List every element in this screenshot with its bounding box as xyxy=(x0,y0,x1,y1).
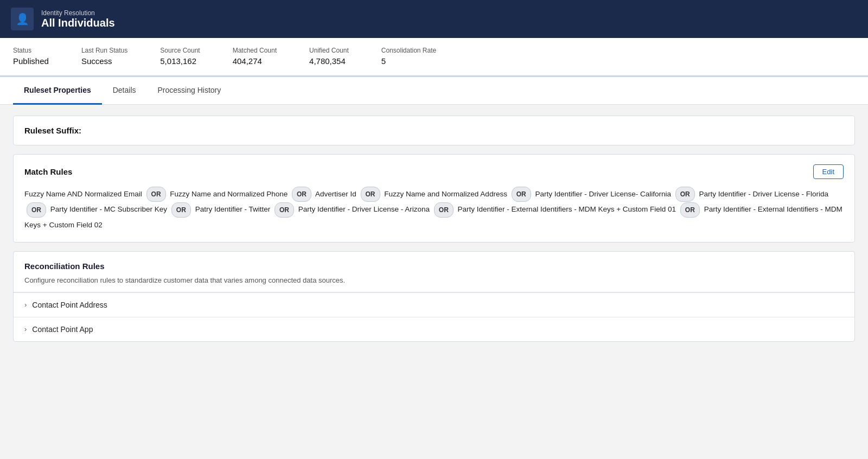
stats-bar: Status Published Last Run Status Success… xyxy=(0,38,868,77)
or-badge-7: OR xyxy=(171,202,191,218)
reconciliation-item-contact-point-app[interactable]: › Contact Point App xyxy=(14,317,854,341)
rule-8: Patry Identifier - Twitter xyxy=(195,205,271,213)
or-badge-3: OR xyxy=(361,187,380,202)
ruleset-suffix-title: Ruleset Suffix: xyxy=(24,126,844,135)
stat-status: Status Published xyxy=(13,47,49,66)
stat-last-run: Last Run Status Success xyxy=(81,47,127,66)
source-count-label: Source Count xyxy=(160,47,200,54)
or-badge-5: OR xyxy=(675,187,695,202)
rule-4: Fuzzy Name and Normalized Address xyxy=(384,190,507,198)
stat-matched-count: Matched Count 404,274 xyxy=(233,47,277,66)
contact-point-app-label: Contact Point App xyxy=(32,325,93,334)
app-name: Identity Resolution xyxy=(41,9,115,17)
chevron-right-icon-2: › xyxy=(24,325,27,333)
match-rules-text: Fuzzy Name AND Normalized Email OR Fuzzy… xyxy=(24,187,844,232)
tab-ruleset-properties[interactable]: Ruleset Properties xyxy=(13,77,102,105)
stat-source-count: Source Count 5,013,162 xyxy=(160,47,200,66)
reconciliation-rules-card: Reconciliation Rules Configure reconcili… xyxy=(13,251,855,342)
ruleset-suffix-card: Ruleset Suffix: xyxy=(13,116,855,145)
rule-1: Fuzzy Name AND Normalized Email xyxy=(24,190,142,198)
match-rules-header: Match Rules Edit xyxy=(24,164,844,179)
matched-count-value: 404,274 xyxy=(233,56,277,66)
or-badge-2: OR xyxy=(292,187,311,202)
page-title: All Individuals xyxy=(41,17,115,29)
unified-count-value: 4,780,354 xyxy=(309,56,349,66)
consolidation-rate-label: Consolidation Rate xyxy=(381,47,436,54)
rule-9: Party Identifier - Driver License - Ariz… xyxy=(298,205,430,213)
rule-3: Advertiser Id xyxy=(315,190,356,198)
rule-2: Fuzzy Name and Normalized Phone xyxy=(170,190,288,198)
person-icon: 👤 xyxy=(16,12,29,25)
last-run-value: Success xyxy=(81,56,127,66)
reconciliation-item-contact-point-address[interactable]: › Contact Point Address xyxy=(14,292,854,317)
app-icon: 👤 xyxy=(11,8,34,30)
match-rules-title: Match Rules xyxy=(24,167,72,176)
or-badge-1: OR xyxy=(146,187,166,202)
unified-count-label: Unified Count xyxy=(309,47,349,54)
rule-6: Party Identifier - Driver License - Flor… xyxy=(699,190,829,198)
tabs-container: Ruleset Properties Details Processing Hi… xyxy=(0,77,868,105)
chevron-right-icon: › xyxy=(24,301,27,309)
rule-5: Party Identifier - Driver License- Calif… xyxy=(535,190,671,198)
stat-consolidation-rate: Consolidation Rate 5 xyxy=(381,47,436,66)
edit-button[interactable]: Edit xyxy=(813,164,844,179)
or-badge-10: OR xyxy=(680,202,700,218)
status-label: Status xyxy=(13,47,49,54)
tab-details[interactable]: Details xyxy=(102,77,147,105)
tab-processing-history[interactable]: Processing History xyxy=(147,77,232,105)
or-badge-4: OR xyxy=(512,187,531,202)
status-value: Published xyxy=(13,56,49,66)
main-content: Ruleset Suffix: Match Rules Edit Fuzzy N… xyxy=(0,105,868,353)
consolidation-rate-value: 5 xyxy=(381,56,436,66)
stat-unified-count: Unified Count 4,780,354 xyxy=(309,47,349,66)
rule-7: Party Identifier - MC Subscriber Key xyxy=(50,205,167,213)
app-header: 👤 Identity Resolution All Individuals xyxy=(0,0,868,38)
reconciliation-rules-desc: Configure reconciliation rules to standa… xyxy=(14,276,854,292)
rule-10: Party Identifier - External Identifiers … xyxy=(458,205,676,213)
source-count-value: 5,013,162 xyxy=(160,56,200,66)
contact-point-address-label: Contact Point Address xyxy=(32,301,107,309)
matched-count-label: Matched Count xyxy=(233,47,277,54)
or-badge-8: OR xyxy=(275,202,294,218)
reconciliation-rules-title: Reconciliation Rules xyxy=(14,252,854,276)
header-text-block: Identity Resolution All Individuals xyxy=(41,9,115,29)
last-run-label: Last Run Status xyxy=(81,47,127,54)
or-badge-9: OR xyxy=(434,202,454,218)
or-badge-6: OR xyxy=(27,202,46,218)
match-rules-card: Match Rules Edit Fuzzy Name AND Normaliz… xyxy=(13,154,855,243)
